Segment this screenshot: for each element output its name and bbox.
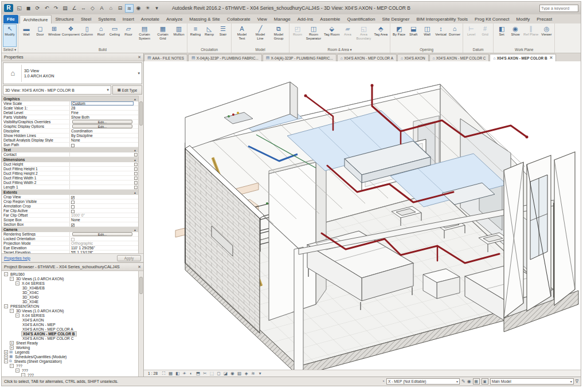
view-tab-x04-s-axon-mep-color-b[interactable]: ⌂X04'S AXON - MEP COLOR B✕ — [490, 54, 556, 61]
reveal-hidden-elements-icon[interactable]: ◉ — [229, 371, 236, 377]
show-button[interactable]: ◉Show — [508, 24, 522, 47]
wall-button[interactable]: ◫Wall — [420, 24, 434, 47]
ribbon-tab-systems[interactable]: Systems — [95, 15, 119, 23]
measure-icon[interactable]: ∠ — [70, 4, 79, 13]
area-button[interactable]: ▰Area — [341, 24, 354, 47]
tag-area-button[interactable]: ⬘Tag Area — [373, 24, 389, 47]
property-row-visibility-graphics-overrides[interactable]: Visibility/Graphics OverridesEdit... — [2, 120, 138, 124]
ribbon-tab-prog-kit-connect[interactable]: Prog Kit Connect — [471, 15, 512, 23]
property-value[interactable] — [69, 143, 138, 147]
grid-button[interactable]: #Grid — [478, 24, 492, 47]
checkbox[interactable]: ✔ — [71, 224, 75, 227]
collapse-icon[interactable]: − — [15, 313, 19, 317]
temporary-view-properties-icon[interactable]: ▧ — [236, 371, 242, 377]
section-camera[interactable]: Camera▲ — [2, 227, 138, 232]
property-row-duct-fitting-width-1[interactable]: Duct Fitting Width 1 — [2, 176, 138, 181]
ribbon-tab-precast[interactable]: Precast — [533, 15, 555, 23]
save-icon[interactable]: ◼ — [24, 4, 33, 13]
collapse-icon[interactable]: − — [4, 304, 8, 308]
property-value[interactable]: 55' 1 13/128" — [69, 250, 138, 253]
collapse-icon[interactable]: − — [10, 364, 14, 368]
section-text[interactable]: Text▲ — [2, 147, 138, 152]
redo-icon[interactable]: ↷ — [52, 4, 60, 13]
property-value[interactable]: Edit... — [69, 120, 138, 124]
property-row-duct-height[interactable]: Duct Height — [2, 162, 138, 167]
property-row-discipline[interactable]: DisciplineCoordination — [2, 129, 138, 134]
unlocked-3d-view-icon[interactable]: ◻ — [216, 371, 222, 377]
floor-button[interactable]: ▱Floor — [122, 24, 135, 47]
property-row-graphic-display-options[interactable]: Graphic Display OptionsEdit... — [2, 124, 138, 129]
property-row-projection-mode[interactable]: Projection ModeOrthographic — [2, 241, 138, 246]
properties-close-icon[interactable]: ✕ — [138, 55, 141, 60]
checkbox[interactable] — [71, 210, 75, 213]
column-button[interactable]: ▯Column — [80, 24, 94, 47]
properties-scrollbar[interactable] — [138, 96, 143, 253]
property-row-locked-orientation[interactable]: Locked Orientation — [2, 237, 138, 241]
show-rendering-dialog-icon[interactable]: ⬒ — [195, 371, 201, 377]
property-value[interactable] — [69, 204, 138, 208]
property-value[interactable]: By Discipline — [69, 134, 138, 138]
show-analytical-model-icon[interactable]: ◈ — [243, 371, 249, 377]
set-button[interactable]: ◧Set — [495, 24, 508, 47]
property-value[interactable]: None — [69, 138, 138, 142]
property-value[interactable] — [69, 176, 138, 180]
edit-type-button[interactable]: ▦ Edit Type — [112, 85, 142, 95]
type-selector-dropdown[interactable]: 3D View: X04'S AXON - MEP COLOR B ▾ — [3, 85, 111, 95]
property-row-detail-level[interactable]: Detail LevelFine — [2, 111, 138, 115]
property-row-length-1[interactable]: Length 1 — [2, 185, 138, 190]
tree-item-x04-s-axon[interactable]: X04'S AXON — [2, 317, 138, 322]
undo-icon[interactable]: ↶ — [42, 4, 51, 13]
model-group-button[interactable]: ⧉Model Group — [269, 24, 288, 47]
section-dimensions[interactable]: Dimensions▲ — [2, 157, 138, 162]
property-row-default-analysis-display-style[interactable]: Default Analysis Display StyleNone — [2, 138, 138, 143]
project-browser-close-icon[interactable]: ✕ — [138, 265, 141, 269]
level-button[interactable]: ⊢Level — [464, 24, 478, 47]
tree-item-[interactable]: −??? — [2, 363, 138, 368]
property-value[interactable] — [69, 237, 138, 241]
ribbon-tab-steel[interactable]: Steel — [77, 15, 95, 23]
properties-help-link[interactable]: Properties help — [4, 256, 30, 260]
section-extents[interactable]: Extents▲ — [2, 190, 138, 195]
print-icon[interactable]: ▤ — [61, 4, 69, 13]
property-row-contact[interactable]: Contact — [2, 152, 138, 157]
roof-button[interactable]: ⌂Roof — [94, 24, 108, 47]
vertical-button[interactable]: ↕Vertical — [434, 24, 448, 47]
axon-3d-view[interactable] — [144, 61, 581, 370]
ribbon-tab-massing-site[interactable]: Massing & Site — [186, 15, 223, 23]
view-tab-x-04-a-323p-plumbing-fabric[interactable]: ▤X-04(A)-323P - PLUMBING FABRIC... — [188, 54, 262, 61]
room-separator-button[interactable]: ◫Room Separator — [304, 24, 323, 47]
tree-item-[interactable]: −??? — [2, 368, 138, 373]
worksets-icon[interactable]: ◔ — [382, 379, 385, 384]
property-value[interactable]: 110' 1 29/256" — [69, 246, 138, 250]
tree-item-sheet-ready[interactable]: +Sheet Ready — [2, 340, 138, 345]
property-value[interactable]: ✔ — [69, 222, 138, 226]
property-value[interactable] — [69, 181, 138, 185]
property-value[interactable] — [69, 152, 138, 156]
sync-icon[interactable]: ⟳ — [33, 4, 42, 13]
tree-item-3d-x04d[interactable]: 3D_X04D — [2, 295, 138, 299]
checkbox[interactable] — [71, 144, 75, 147]
property-value[interactable]: Fine — [69, 111, 138, 115]
ceiling-button[interactable]: ▭Ceiling — [108, 24, 122, 47]
ribbon-tab-insert[interactable]: Insert — [119, 15, 138, 23]
curtain-grid-button[interactable]: ▦Curtain Grid — [154, 24, 172, 47]
model-text-button[interactable]: AModel Text — [233, 24, 251, 47]
tree-item-x04-s-axon-mep[interactable]: X04'S AXON - MEP — [2, 322, 138, 327]
property-value[interactable]: 28 — [69, 106, 138, 110]
ramp-button[interactable]: ◺Ramp — [202, 24, 216, 47]
property-row-eye-elevation[interactable]: Eye Elevation110' 1 29/256" — [2, 246, 138, 250]
viewer-button[interactable]: ◎Viewer — [539, 24, 553, 47]
revit-application-menu-icon[interactable]: R — [4, 4, 13, 12]
tree-item-working[interactable]: +Working — [2, 345, 138, 350]
ribbon-tab-view[interactable]: View — [254, 15, 271, 23]
associate-parameter-box[interactable] — [134, 153, 138, 156]
checkbox[interactable]: ✔ — [71, 196, 75, 199]
collapse-icon[interactable]: − — [10, 309, 14, 313]
collapse-icon[interactable]: − — [15, 281, 19, 285]
property-row-show-hidden-lines[interactable]: Show Hidden LinesBy Discipline — [2, 134, 138, 138]
expand-icon[interactable]: + — [10, 346, 14, 350]
edit-button[interactable]: Edit... — [72, 124, 132, 128]
window-button[interactable]: ⊞Window — [47, 24, 61, 47]
active-workset-select[interactable]: X - MEP (Not Editable) ▾ — [386, 378, 460, 385]
type-preview-caret-icon[interactable]: ▾ — [138, 71, 140, 76]
